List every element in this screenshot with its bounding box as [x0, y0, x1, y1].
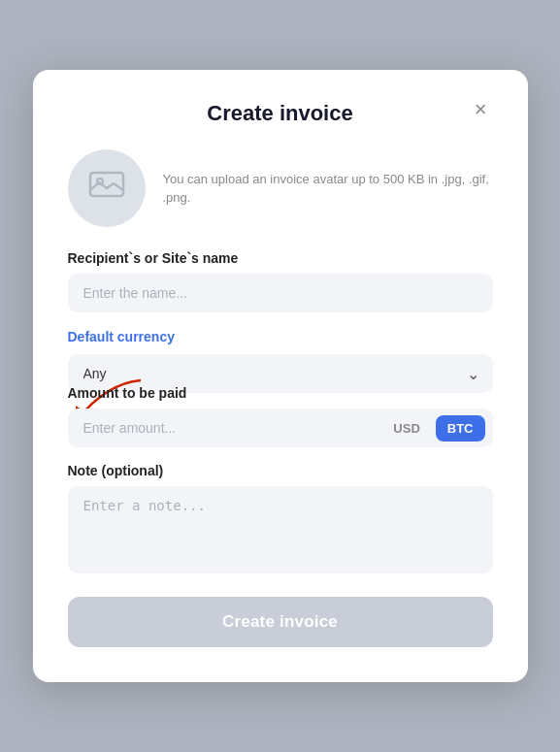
close-button[interactable]: × — [469, 97, 493, 122]
note-label: Note (optional) — [68, 463, 493, 478]
avatar-hint-text: You can upload an invoice avatar up to 5… — [163, 170, 493, 208]
currency-toggle-group: USD BTC — [381, 415, 484, 441]
btc-toggle-button[interactable]: BTC — [436, 415, 485, 441]
recipient-field-group: Recipient`s or Site`s name — [68, 250, 493, 328]
create-invoice-modal: Create invoice × You can upload an invoi… — [33, 70, 528, 682]
note-textarea[interactable] — [68, 486, 493, 573]
recipient-label: Recipient`s or Site`s name — [68, 250, 493, 266]
avatar-upload-area[interactable] — [68, 149, 146, 227]
create-invoice-button[interactable]: Create invoice — [68, 597, 493, 647]
modal-title: Create invoice — [207, 101, 352, 126]
amount-field-group: Amount to be paid USD BTC — [68, 385, 493, 447]
avatar-section: You can upload an invoice avatar up to 5… — [68, 149, 493, 227]
image-icon — [88, 169, 125, 208]
modal-header: Create invoice × — [68, 101, 493, 126]
usd-toggle-button[interactable]: USD — [381, 415, 431, 441]
amount-label: Amount to be paid — [68, 385, 493, 401]
recipient-input[interactable] — [68, 274, 493, 312]
default-currency-link[interactable]: Default currency — [68, 329, 175, 344]
amount-input-wrapper: USD BTC — [68, 409, 493, 447]
note-field-group: Note (optional) — [68, 463, 493, 597]
